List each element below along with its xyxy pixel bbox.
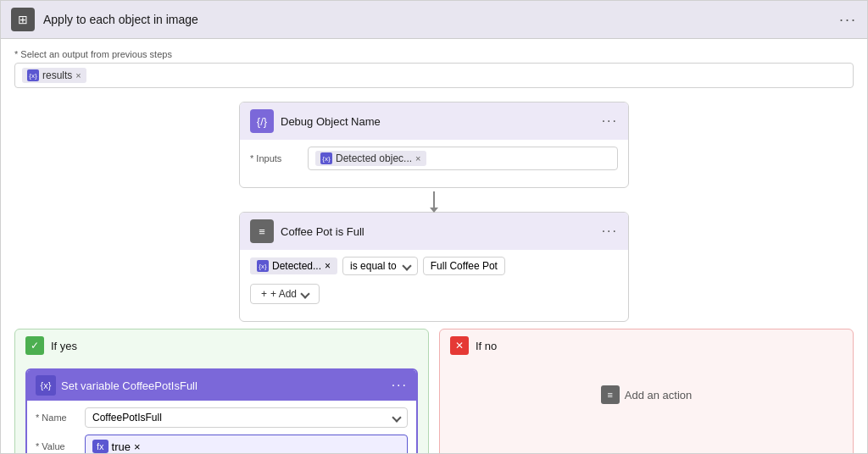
debug-icon: {/} [250, 109, 274, 133]
add-action-icon: ≡ [601, 385, 620, 404]
name-label: * Name [36, 412, 78, 423]
if-no-icon: ✕ [450, 336, 469, 355]
condition-tag-text: Detected... [272, 260, 321, 272]
fx-tag: fx [92, 440, 108, 453]
header-icon: ⊞ [11, 8, 35, 31]
tag-text: results [42, 69, 72, 81]
add-action-label: Add an action [625, 389, 693, 401]
detected-tag-text: Detected objec... [336, 152, 412, 164]
flow-area: {/} Debug Object Name ··· * Inputs {x} D… [14, 102, 854, 453]
condition-value[interactable]: Full Coffee Pot [423, 257, 505, 275]
set-variable-block: {x} Set variable CoffeePotIsFull ··· * N… [25, 368, 418, 453]
name-select[interactable]: CoffeePotIsFull [85, 407, 408, 428]
var-block-body: * Name CoffeePotIsFull * Value [27, 401, 416, 453]
condition-value-text: Full Coffee Pot [431, 260, 498, 272]
condition-tag-close[interactable]: × [325, 260, 331, 272]
if-no-branch: ✕ If no ≡ Add an action [439, 329, 854, 453]
debug-more-button[interactable]: ··· [602, 114, 618, 129]
name-chevron [392, 412, 401, 422]
condition-icon: ≡ [250, 219, 274, 243]
debug-block-header: {/} Debug Object Name ··· [240, 102, 628, 140]
detected-tag-close[interactable]: × [415, 153, 420, 163]
value-input[interactable]: fx true × [85, 435, 408, 453]
results-tag[interactable]: {x} results × [22, 68, 86, 83]
operator-chevron [402, 261, 411, 270]
condition-block-body: {x} Detected... × is equal to Full Coffe… [240, 250, 628, 321]
arrow-1 [433, 188, 435, 212]
operator-text: is equal to [350, 260, 397, 272]
detected-tag-icon: {x} [320, 152, 332, 164]
value-field-row: * Value fx true × [36, 435, 408, 453]
var-block-icon: {x} [36, 375, 56, 396]
var-block-more[interactable]: ··· [392, 378, 408, 393]
if-no-label: If no [476, 340, 497, 352]
inputs-input[interactable]: {x} Detected objec... × [308, 147, 618, 170]
branches-row: ✓ If yes {x} Set variable CoffeePotIsFul… [14, 329, 854, 453]
condition-more-button[interactable]: ··· [602, 224, 618, 239]
var-block-title: Set variable CoffeePotIsFull [61, 379, 198, 392]
condition-title: Coffee Pot is Full [281, 225, 364, 238]
name-field-row: * Name CoffeePotIsFull [36, 407, 408, 428]
condition-tag-icon: {x} [257, 260, 269, 272]
var-block-header: {x} Set variable CoffeePotIsFull ··· [27, 370, 416, 401]
tag-icon: {x} [27, 69, 39, 81]
condition-block-header: ≡ Coffee Pot is Full ··· [240, 213, 628, 250]
fx-label: fx [97, 441, 104, 451]
add-action-area[interactable]: ≡ Add an action [450, 368, 843, 421]
condition-operator[interactable]: is equal to [342, 257, 418, 275]
add-label: + Add [270, 288, 297, 300]
add-row: + + Add [250, 284, 618, 304]
if-yes-body: {x} Set variable CoffeePotIsFull ··· * N… [15, 362, 428, 453]
if-no-header: ✕ If no [440, 329, 853, 362]
condition-detected-tag[interactable]: {x} Detected... × [250, 257, 337, 274]
name-value: CoffeePotIsFull [92, 412, 162, 424]
condition-row: {x} Detected... × is equal to Full Coffe… [250, 257, 618, 275]
detected-obj-tag[interactable]: {x} Detected objec... × [315, 151, 426, 166]
add-chevron [300, 289, 309, 298]
header-title: Apply to each object in image [43, 13, 198, 26]
select-output-box: {x} results × [14, 63, 854, 88]
value-close[interactable]: × [134, 440, 141, 453]
debug-block-body: * Inputs {x} Detected objec... × [240, 140, 628, 187]
value-label: * Value [36, 441, 78, 451]
if-yes-icon: ✓ [25, 336, 44, 355]
value-text: true [112, 440, 131, 453]
inputs-field-row: * Inputs {x} Detected objec... × [250, 147, 618, 170]
header-more-button[interactable]: ··· [839, 11, 857, 29]
if-yes-branch: ✓ If yes {x} Set variable CoffeePotIsFul… [14, 329, 429, 453]
debug-block: {/} Debug Object Name ··· * Inputs {x} D… [239, 102, 629, 188]
select-output-label: * Select an output from previous steps [14, 49, 854, 59]
if-no-body: ≡ Add an action [440, 362, 853, 431]
add-button[interactable]: + + Add [250, 284, 320, 304]
tag-close[interactable]: × [75, 70, 81, 80]
condition-block: ≡ Coffee Pot is Full ··· {x} Detected...… [239, 212, 629, 322]
debug-title: Debug Object Name [281, 115, 381, 128]
inputs-label: * Inputs [250, 153, 301, 163]
add-icon: + [261, 288, 267, 300]
if-yes-label: If yes [51, 340, 77, 352]
if-yes-header: ✓ If yes [15, 329, 428, 362]
